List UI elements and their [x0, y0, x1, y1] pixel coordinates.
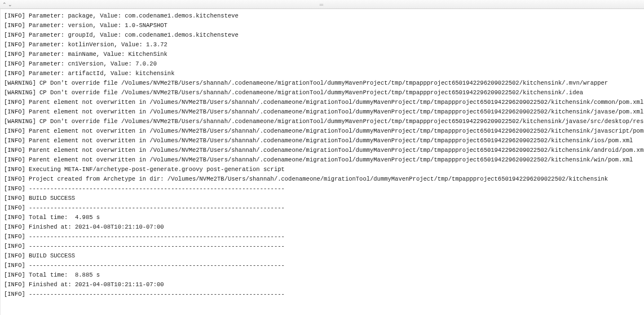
log-line: [INFO] Parameter: package, Value: com.co…	[4, 11, 641, 21]
console-scroll-area[interactable]: [INFO] Parameter: package, Value: com.co…	[0, 9, 644, 315]
console-output: [INFO] Parameter: package, Value: com.co…	[1, 9, 644, 301]
log-line: [INFO] Parameter: mainName, Value: Kitch…	[4, 50, 641, 59]
log-line: [INFO] Executing META-INF/archetype-post…	[4, 165, 641, 174]
log-line: [INFO] BUILD SUCCESS	[4, 194, 641, 203]
scroll-up-icon[interactable]: ⌃	[2, 2, 7, 7]
log-line: [INFO] Parent element not overwritten in…	[4, 136, 641, 146]
log-line: [INFO] Parameter: artifactId, Value: kit…	[4, 69, 641, 78]
log-line: [INFO] Total time: 8.885 s	[4, 270, 641, 280]
log-line: [INFO] ---------------------------------…	[4, 261, 641, 270]
log-line: [INFO] Finished at: 2021-04-08T10:21:11-…	[4, 280, 641, 290]
log-line: [INFO] Parent element not overwritten in…	[4, 126, 641, 136]
log-line: [INFO] Parameter: groupId, Value: com.co…	[4, 30, 641, 40]
log-line: [INFO] Parent element not overwritten in…	[4, 107, 641, 117]
log-line: [INFO] Parent element not overwritten in…	[4, 155, 641, 165]
log-line: [WARNING] CP Don't override file /Volume…	[4, 88, 641, 98]
log-line: [INFO] BUILD SUCCESS	[4, 251, 641, 261]
log-line: [INFO] Parent element not overwritten in…	[4, 146, 641, 155]
log-line: [INFO] Total time: 4.985 s	[4, 213, 641, 222]
log-line: [WARNING] CP Don't override file /Volume…	[4, 117, 641, 126]
log-line: [INFO] Parent element not overwritten in…	[4, 98, 641, 107]
log-line: [INFO] Parameter: version, Value: 1.0-SN…	[4, 21, 641, 30]
log-line: [INFO] Project created from Archetype in…	[4, 174, 641, 184]
log-line: [INFO] ---------------------------------…	[4, 184, 641, 194]
log-line: [INFO] Parameter: cn1Version, Value: 7.0…	[4, 59, 641, 69]
console-toolbar: ⌃ ⌄ ═	[0, 0, 644, 9]
log-line: [WARNING] CP Don't override file /Volume…	[4, 78, 641, 88]
log-line: [INFO] ---------------------------------…	[4, 242, 641, 251]
log-line: [INFO] Parameter: kotlinVersion, Value: …	[4, 40, 641, 50]
log-line: [INFO] Finished at: 2021-04-08T10:21:10-…	[4, 222, 641, 232]
scroll-down-icon[interactable]: ⌄	[8, 2, 12, 7]
log-line: [INFO] ---------------------------------…	[4, 232, 641, 242]
log-line: [INFO] ---------------------------------…	[4, 203, 641, 213]
log-line: [INFO] ---------------------------------…	[4, 290, 641, 299]
resize-handle-icon[interactable]: ═	[320, 2, 324, 7]
